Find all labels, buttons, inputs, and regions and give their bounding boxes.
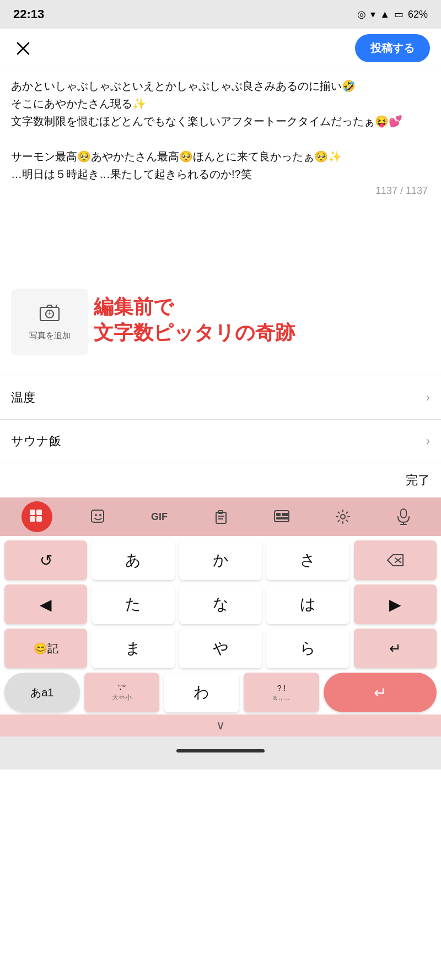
annotation-line1: 編集前で xyxy=(94,294,295,320)
svg-rect-19 xyxy=(282,513,288,516)
post-text[interactable]: あかといしゃぶしゃぶといえとかしゃぶしゃぶ良さみあるのに揃い🤣 そこにあやかたさ… xyxy=(11,77,430,183)
key-backspace[interactable] xyxy=(354,540,437,580)
svg-point-21 xyxy=(341,515,345,519)
key-enter[interactable]: ↵ xyxy=(324,673,437,712)
post-button[interactable]: 投稿する xyxy=(355,34,430,62)
svg-point-11 xyxy=(95,514,97,516)
key-a[interactable]: あ xyxy=(92,540,174,580)
chevron-right-icon: › xyxy=(426,391,430,405)
battery-percent: 62% xyxy=(408,9,428,20)
collapse-keyboard-button[interactable]: ∨ xyxy=(0,714,441,737)
svg-rect-8 xyxy=(30,516,35,522)
wifi-icon: ▾ xyxy=(370,8,375,20)
key-ma[interactable]: ま xyxy=(92,629,174,668)
svg-point-12 xyxy=(99,514,101,516)
key-punct[interactable]: ? ! a ., ... xyxy=(244,673,319,712)
status-icons: ◎ ▾ ▲ ▭ 62% xyxy=(357,8,428,20)
home-indicator xyxy=(176,749,265,752)
keyboard-row-1: ↺ あ か さ xyxy=(4,540,437,580)
add-photo-button[interactable]: + 写真を追加 xyxy=(11,289,88,355)
svg-rect-6 xyxy=(30,510,35,515)
top-bar: 投稿する xyxy=(0,29,441,68)
option-sauna-food[interactable]: サウナ飯 › xyxy=(0,420,441,463)
status-time: 22:13 xyxy=(13,7,44,21)
svg-rect-18 xyxy=(276,513,281,516)
keyboard-row-2: ◀ た な は ▶ xyxy=(4,584,437,624)
status-bar: 22:13 ◎ ▾ ▲ ▭ 62% xyxy=(0,0,441,29)
svg-rect-22 xyxy=(401,509,406,518)
svg-rect-7 xyxy=(36,510,42,515)
keyboard-tool-gif[interactable]: GIF xyxy=(144,501,175,532)
done-button[interactable]: 完了 xyxy=(406,472,430,489)
keyboard-toolbar: GIF xyxy=(0,497,441,536)
keyboard-rows: ↺ あ か さ ◀ た な は ▶ 😊記 ま や ら ↵ あa1 ∵° xyxy=(0,536,441,714)
key-undo[interactable]: ↺ xyxy=(4,540,87,580)
content-area: あかといしゃぶしゃぶといえとかしゃぶしゃぶ良さみあるのに揃い🤣 そこにあやかたさ… xyxy=(0,68,441,289)
svg-text:+: + xyxy=(47,308,52,317)
key-emoji-kanji[interactable]: 😊記 xyxy=(4,629,87,668)
annotation-overlay: 編集前で 文字数ピッタリの奇跡 xyxy=(94,294,295,346)
key-ra[interactable]: ら xyxy=(266,629,349,668)
option-temperature-label: 温度 xyxy=(11,389,35,406)
add-photo-label: 写真を追加 xyxy=(29,331,71,341)
signal-icon: ▲ xyxy=(380,9,390,20)
keyboard-tool-clipboard[interactable] xyxy=(205,501,236,532)
keyboard-row-3: 😊記 ま や ら ↵ xyxy=(4,629,437,668)
bottom-nav xyxy=(0,737,441,770)
keyboard-tool-settings[interactable] xyxy=(327,501,358,532)
key-dakuten[interactable]: ∵° 大⇔小 xyxy=(84,673,160,712)
option-sauna-food-label: サウナ飯 xyxy=(11,433,61,450)
key-na[interactable]: な xyxy=(179,584,262,624)
key-ta[interactable]: た xyxy=(92,584,174,624)
key-ya[interactable]: や xyxy=(179,629,262,668)
chevron-right-icon-2: › xyxy=(426,434,430,448)
keyboard-tool-layout[interactable] xyxy=(266,501,297,532)
collapse-arrow-icon: ∨ xyxy=(216,718,225,733)
key-left[interactable]: ◀ xyxy=(4,584,87,624)
keyboard-tool-sticker[interactable] xyxy=(83,501,114,532)
char-count: 1137 / 1137 xyxy=(11,185,430,197)
svg-rect-20 xyxy=(276,517,288,519)
key-lang-switch[interactable]: あa1 xyxy=(4,673,80,712)
svg-rect-10 xyxy=(92,510,104,522)
keyboard-tool-emoji-grid[interactable] xyxy=(21,501,52,532)
done-row: 完了 xyxy=(0,463,441,497)
key-ka[interactable]: か xyxy=(179,540,262,580)
keyboard-row-4: あa1 ∵° 大⇔小 わ ? ! a ., ... ↵ xyxy=(4,673,437,712)
keyboard-tool-mic[interactable] xyxy=(388,501,419,532)
option-temperature[interactable]: 温度 › xyxy=(0,376,441,420)
add-photo-icon: + xyxy=(39,303,60,327)
svg-rect-9 xyxy=(36,516,42,522)
key-wa[interactable]: わ xyxy=(164,673,239,712)
svg-rect-13 xyxy=(216,512,226,523)
battery-icon: ▭ xyxy=(394,8,404,20)
key-right[interactable]: ▶ xyxy=(354,584,437,624)
annotation-line2: 文字数ピッタリの奇跡 xyxy=(94,320,295,346)
key-newline[interactable]: ↵ xyxy=(354,629,437,668)
image-section: + 写真を追加 編集前で 文字数ピッタリの奇跡 xyxy=(11,289,430,371)
location-icon: ◎ xyxy=(357,8,366,20)
key-sa[interactable]: さ xyxy=(266,540,349,580)
key-ha[interactable]: は xyxy=(266,584,349,624)
close-button[interactable] xyxy=(11,36,35,61)
